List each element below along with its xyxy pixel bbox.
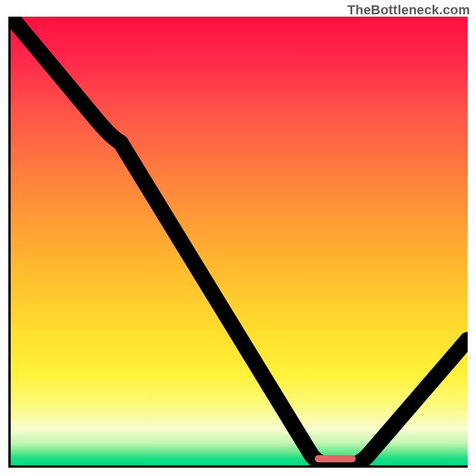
plot-area	[8, 17, 468, 468]
bottleneck-curve	[11, 17, 468, 465]
chart-frame: TheBottleneck.com	[0, 0, 476, 476]
optimal-range-marker	[315, 455, 356, 462]
watermark-text: TheBottleneck.com	[347, 2, 470, 18]
